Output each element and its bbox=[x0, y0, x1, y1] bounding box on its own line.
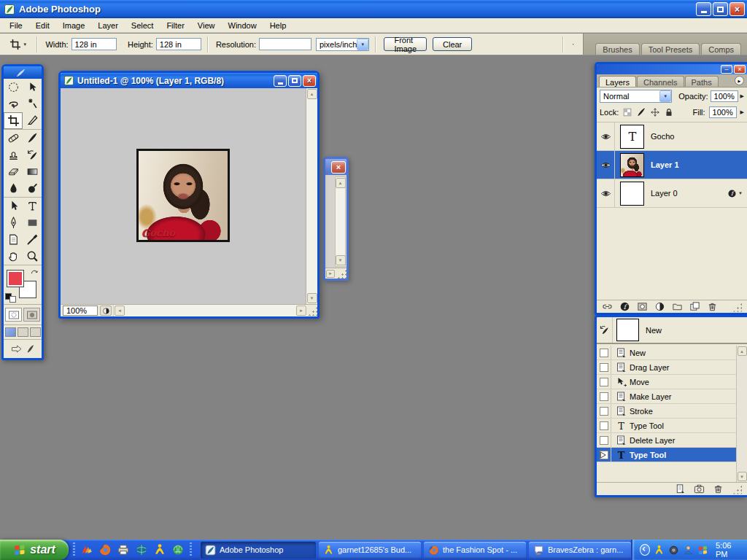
background-document-window[interactable]: × ▲ ▼ ► bbox=[323, 157, 349, 281]
toolbox-titlebar[interactable] bbox=[4, 66, 42, 79]
history-source-checkbox[interactable] bbox=[597, 346, 611, 359]
layer-style-icon[interactable]: f bbox=[619, 301, 630, 312]
new-layer-icon[interactable] bbox=[689, 301, 700, 312]
edit-in-imageready-button[interactable] bbox=[4, 339, 42, 358]
task-braveszebra-garn[interactable]: BravesZebra : garn... bbox=[529, 542, 631, 559]
history-source-checkbox[interactable] bbox=[597, 375, 611, 389]
quick-launch-firefox-icon[interactable] bbox=[98, 543, 112, 556]
layer-visibility-toggle[interactable] bbox=[597, 122, 615, 150]
maximize-button[interactable] bbox=[713, 2, 728, 16]
history-source-checkbox[interactable] bbox=[597, 404, 611, 418]
menu-view[interactable]: View bbox=[191, 19, 222, 32]
fill-slider-arrow[interactable]: ▶ bbox=[740, 109, 744, 115]
hand-tool[interactable] bbox=[4, 248, 23, 265]
history-state-drag-layer[interactable]: Drag Layer bbox=[597, 360, 736, 375]
history-snapshot-row[interactable]: New bbox=[597, 317, 747, 344]
layer-style-indicator[interactable]: f▼ bbox=[727, 189, 743, 198]
new-snapshot-icon[interactable] bbox=[694, 483, 705, 494]
canvas-image[interactable]: Gocho bbox=[136, 149, 230, 242]
scroll-down-button[interactable]: ▼ bbox=[307, 293, 317, 303]
menu-help[interactable]: Help bbox=[263, 19, 293, 32]
scroll-left-button[interactable]: ◄ bbox=[115, 306, 125, 316]
resize-grip[interactable] bbox=[732, 484, 742, 494]
task-the-fashion-spot[interactable]: the Fashion Spot - ... bbox=[424, 542, 526, 559]
opacity-field[interactable]: 100% bbox=[711, 90, 738, 102]
resize-grip[interactable] bbox=[336, 268, 347, 279]
zoom-level-field[interactable]: 100% bbox=[63, 306, 98, 316]
clear-button[interactable]: Clear bbox=[433, 37, 472, 51]
notes-tool[interactable] bbox=[4, 231, 23, 248]
maximize-button[interactable] bbox=[288, 75, 301, 87]
menu-select[interactable]: Select bbox=[125, 19, 160, 32]
lasso-tool[interactable] bbox=[4, 96, 23, 112]
file-browser-icon[interactable] bbox=[573, 37, 574, 52]
close-button[interactable]: × bbox=[303, 75, 316, 87]
layer-visibility-toggle[interactable] bbox=[597, 151, 615, 179]
swap-dimensions-icon[interactable] bbox=[120, 39, 121, 50]
lock-transparency-icon[interactable] bbox=[622, 107, 632, 117]
history-state-type-tool[interactable]: TType Tool bbox=[597, 448, 736, 462]
scroll-down-button[interactable]: ▼ bbox=[336, 255, 346, 265]
menu-layer[interactable]: Layer bbox=[91, 19, 125, 32]
scroll-down-button[interactable]: ▼ bbox=[738, 472, 747, 481]
history-state-make-layer[interactable]: Make Layer bbox=[597, 389, 736, 404]
zoom-tool[interactable] bbox=[23, 248, 42, 265]
eraser-tool[interactable] bbox=[4, 163, 23, 180]
palette-titlebar[interactable]: – × bbox=[597, 64, 747, 74]
width-input[interactable] bbox=[71, 38, 117, 50]
minimize-button[interactable] bbox=[696, 2, 711, 16]
tool-preset-picker[interactable]: ▼ bbox=[6, 36, 31, 52]
tray-aim-icon[interactable] bbox=[654, 545, 665, 556]
blur-tool[interactable] bbox=[4, 180, 23, 197]
close-button[interactable]: × bbox=[734, 65, 746, 74]
minimize-button[interactable]: – bbox=[721, 65, 732, 74]
scroll-right-button[interactable]: ► bbox=[296, 306, 306, 316]
menu-filter[interactable]: Filter bbox=[160, 19, 190, 32]
close-button[interactable]: × bbox=[729, 2, 745, 16]
slice-tool[interactable] bbox=[23, 112, 42, 129]
close-button[interactable]: × bbox=[331, 161, 346, 174]
dodge-tool[interactable] bbox=[23, 180, 42, 197]
palette-menu-button[interactable]: ▶ bbox=[735, 76, 744, 85]
history-source-checkbox[interactable] bbox=[597, 389, 611, 403]
menu-window[interactable]: Window bbox=[222, 19, 263, 32]
minimize-button[interactable] bbox=[274, 75, 287, 87]
tray-camera-icon[interactable] bbox=[668, 545, 679, 556]
task-garnet12685-s-bud[interactable]: garnet12685's Bud... bbox=[319, 542, 421, 559]
tab-channels[interactable]: Channels bbox=[637, 76, 684, 87]
quick-launch-globe-icon[interactable] bbox=[135, 543, 148, 556]
history-source-checkbox[interactable] bbox=[597, 419, 611, 432]
default-colors-icon[interactable] bbox=[6, 294, 15, 302]
standard-screen-mode-button[interactable] bbox=[5, 327, 16, 337]
tray-collapse-button[interactable] bbox=[640, 544, 650, 556]
status-info-button[interactable] bbox=[100, 306, 112, 316]
add-mask-icon[interactable] bbox=[637, 301, 648, 312]
tab-paths[interactable]: Paths bbox=[685, 76, 719, 87]
full-screen-menubar-mode-button[interactable] bbox=[18, 327, 28, 337]
move-tool[interactable] bbox=[23, 79, 42, 96]
new-group-icon[interactable] bbox=[672, 301, 683, 312]
history-source-checkbox[interactable] bbox=[597, 360, 611, 374]
history-state-type-tool[interactable]: TType Tool bbox=[597, 419, 736, 433]
layer-row-layer-1[interactable]: Layer 1 bbox=[597, 151, 747, 179]
lock-pixels-icon[interactable] bbox=[636, 107, 646, 117]
resolution-input[interactable] bbox=[259, 38, 311, 50]
history-state-new[interactable]: New bbox=[597, 346, 736, 360]
magic-wand-tool[interactable] bbox=[23, 96, 42, 112]
layer-row-layer-0[interactable]: Layer 0f▼ bbox=[597, 179, 747, 208]
shape-tool[interactable] bbox=[23, 214, 42, 231]
pen-tool[interactable] bbox=[4, 214, 23, 231]
quick-mask-mode-button[interactable] bbox=[23, 308, 40, 322]
palette-well-tab-comps[interactable]: Comps bbox=[701, 43, 741, 55]
path-selection-tool[interactable] bbox=[4, 198, 23, 214]
full-screen-mode-button[interactable] bbox=[30, 327, 41, 337]
document-window[interactable]: Untitled-1 @ 100% (Layer 1, RGB/8) × Goc… bbox=[58, 71, 320, 319]
start-button[interactable]: start bbox=[0, 540, 69, 560]
resolution-units-select[interactable]: pixels/inch ▼ bbox=[316, 38, 369, 51]
new-document-from-state-icon[interactable] bbox=[675, 483, 686, 494]
snapshot-thumbnail[interactable] bbox=[616, 319, 639, 341]
fill-field[interactable]: 100% bbox=[709, 106, 737, 118]
canvas-area[interactable]: Gocho ▲ ▼ 100% ◄ ► bbox=[61, 88, 317, 316]
type-tool[interactable] bbox=[23, 198, 42, 214]
history-brush-tool[interactable] bbox=[23, 147, 42, 163]
